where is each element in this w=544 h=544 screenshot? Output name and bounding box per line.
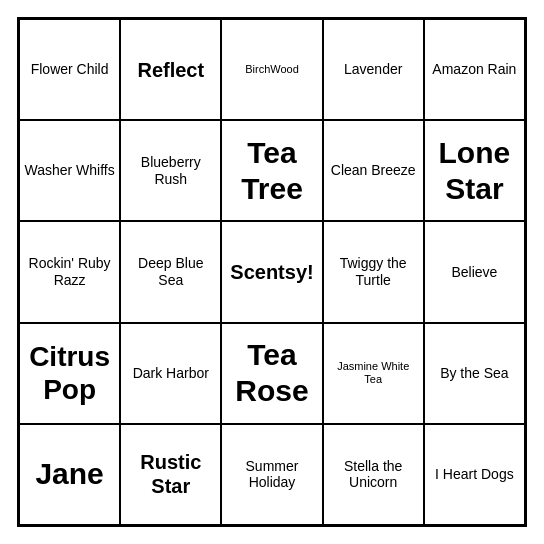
cell-r3c2: Tea Rose [221,323,322,424]
cell-text-r3c2: Tea Rose [226,337,317,409]
cell-r1c1: Blueberry Rush [120,120,221,221]
cell-r0c0: Flower Child [19,19,120,120]
cell-r2c2: Scentsy! [221,221,322,322]
cell-text-r4c4: I Heart Dogs [435,466,514,483]
cell-text-r1c2: Tea Tree [226,135,317,207]
cell-r3c3: Jasmine White Tea [323,323,424,424]
cell-text-r2c3: Twiggy the Turtle [328,255,419,289]
cell-text-r4c3: Stella the Unicorn [328,458,419,492]
bingo-board: Flower ChildReflectBirchWoodLavenderAmaz… [17,17,527,527]
cell-text-r1c0: Washer Whiffs [24,162,114,179]
cell-r0c1: Reflect [120,19,221,120]
cell-text-r4c2: Summer Holiday [226,458,317,492]
cell-text-r1c1: Blueberry Rush [125,154,216,188]
cell-text-r3c0: Citrus Pop [24,340,115,407]
cell-text-r2c1: Deep Blue Sea [125,255,216,289]
cell-r2c0: Rockin' Ruby Razz [19,221,120,322]
cell-r1c3: Clean Breeze [323,120,424,221]
cell-text-r2c2: Scentsy! [230,260,313,284]
cell-r4c4: I Heart Dogs [424,424,525,525]
cell-r0c3: Lavender [323,19,424,120]
cell-text-r1c3: Clean Breeze [331,162,416,179]
cell-r1c4: Lone Star [424,120,525,221]
cell-text-r4c1: Rustic Star [125,450,216,498]
cell-r0c4: Amazon Rain [424,19,525,120]
cell-r3c1: Dark Harbor [120,323,221,424]
cell-r4c3: Stella the Unicorn [323,424,424,525]
cell-text-r2c4: Believe [451,264,497,281]
cell-text-r3c4: By the Sea [440,365,509,382]
cell-text-r0c4: Amazon Rain [432,61,516,78]
cell-text-r0c2: BirchWood [245,63,299,76]
cell-text-r3c3: Jasmine White Tea [328,360,419,386]
cell-r1c0: Washer Whiffs [19,120,120,221]
cell-text-r0c0: Flower Child [31,61,109,78]
cell-text-r0c3: Lavender [344,61,402,78]
cell-r3c4: By the Sea [424,323,525,424]
cell-text-r2c0: Rockin' Ruby Razz [24,255,115,289]
cell-text-r3c1: Dark Harbor [133,365,209,382]
cell-text-r0c1: Reflect [137,58,204,82]
cell-r2c1: Deep Blue Sea [120,221,221,322]
cell-r1c2: Tea Tree [221,120,322,221]
cell-r4c2: Summer Holiday [221,424,322,525]
cell-r4c0: Jane [19,424,120,525]
cell-r2c4: Believe [424,221,525,322]
cell-text-r1c4: Lone Star [429,135,520,207]
cell-r0c2: BirchWood [221,19,322,120]
cell-r4c1: Rustic Star [120,424,221,525]
cell-r2c3: Twiggy the Turtle [323,221,424,322]
cell-text-r4c0: Jane [35,456,103,492]
cell-r3c0: Citrus Pop [19,323,120,424]
